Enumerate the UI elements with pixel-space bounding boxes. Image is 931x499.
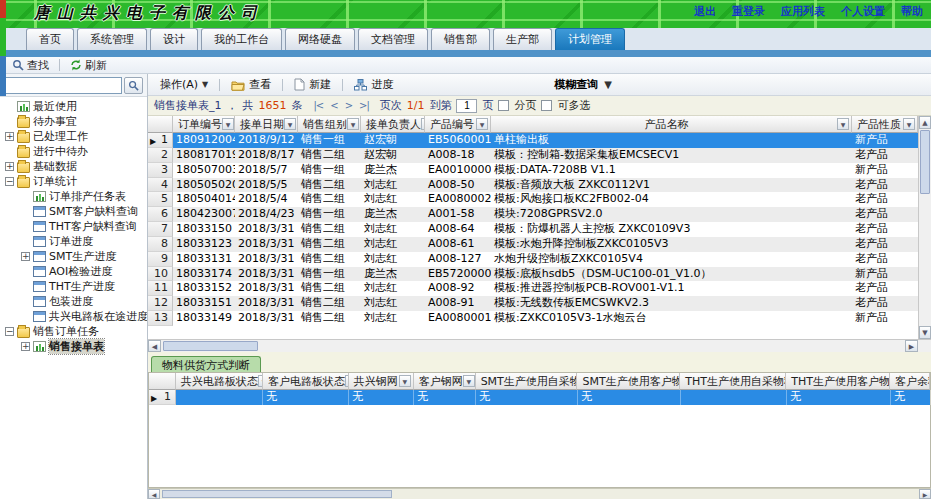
- column-header[interactable]: 客户余料▼: [890, 373, 930, 390]
- column-header[interactable]: 销售组别▼: [298, 116, 361, 133]
- last-page-button[interactable]: >|: [359, 100, 369, 111]
- filter-dropdown-icon[interactable]: ▼: [463, 375, 475, 387]
- expand-plus-icon[interactable]: +: [21, 342, 30, 351]
- tab-6[interactable]: 文档管理: [358, 28, 428, 50]
- scroll-right-icon[interactable]: ▶: [905, 340, 918, 352]
- horizontal-scrollbar[interactable]: ◀ ▶: [148, 339, 931, 352]
- column-header[interactable]: 订单编号▼: [173, 116, 235, 133]
- expand-plus-icon[interactable]: +: [21, 252, 30, 261]
- sidebar-item[interactable]: 最近使用: [0, 99, 147, 114]
- tab-5[interactable]: 网络硬盘: [285, 28, 355, 50]
- progress-button[interactable]: 进度: [348, 75, 399, 94]
- first-page-button[interactable]: |<: [314, 100, 324, 111]
- column-header[interactable]: 客户电路板状态▼: [263, 373, 349, 390]
- scroll-right-icon[interactable]: ▶: [919, 489, 931, 499]
- table-row[interactable]: 51805040142018/5/4销售二组刘志红EA00800026模板:风炮…: [148, 192, 918, 207]
- sidebar-item[interactable]: +已处理工作: [0, 129, 147, 144]
- row-number[interactable]: 1▶: [148, 133, 173, 148]
- prev-page-button[interactable]: <: [330, 100, 337, 111]
- filter-dropdown-icon[interactable]: ▼: [222, 118, 234, 130]
- filter-dropdown-icon[interactable]: ▼: [284, 118, 296, 130]
- filter-dropdown-icon[interactable]: ▼: [476, 118, 488, 130]
- scroll-thumb[interactable]: [162, 490, 392, 498]
- row-number[interactable]: 5: [148, 192, 173, 207]
- column-header[interactable]: SMT生产使用自采物料▼: [476, 373, 578, 390]
- row-number[interactable]: 2: [148, 148, 173, 163]
- column-header[interactable]: 产品性质▼: [852, 116, 918, 133]
- column-header[interactable]: THT生产使用客户物料▼: [786, 373, 890, 390]
- sidebar-item[interactable]: +销售接单表: [0, 339, 147, 354]
- table-row[interactable]: 21808170192018/8/17销售二组赵宏朝A008-18模板：控制箱-…: [148, 148, 918, 163]
- expand-plus-icon[interactable]: +: [5, 132, 14, 141]
- column-header[interactable]: 共兴电路板状态▼: [176, 373, 263, 390]
- scroll-down-icon[interactable]: ▼: [919, 326, 931, 339]
- multiselect-checkbox[interactable]: [541, 100, 552, 111]
- top-link-2[interactable]: 重登录: [732, 4, 765, 19]
- table-row[interactable]: 12180331512018/3/31销售二组刘志红A008-91模板:无线数传…: [148, 296, 918, 311]
- sidebar-item[interactable]: 订单排产任务表: [0, 189, 147, 204]
- table-row[interactable]: 7180331502018/3/31销售二组刘志红A008-64模板：防爆机器人…: [148, 222, 918, 237]
- tab-4[interactable]: 我的工作台: [201, 28, 282, 50]
- column-header[interactable]: 接单日期▼: [235, 116, 298, 133]
- new-button[interactable]: 新建: [288, 75, 337, 94]
- column-header[interactable]: 产品名称▼: [491, 116, 852, 133]
- row-number[interactable]: 10: [148, 267, 173, 282]
- top-link-5[interactable]: 帮助: [901, 4, 923, 19]
- filter-dropdown-icon[interactable]: ▼: [399, 375, 411, 387]
- sidebar-item[interactable]: SMT客户缺料查询: [0, 204, 147, 219]
- column-header[interactable]: 接单负责人▼: [361, 116, 425, 133]
- row-number[interactable]: 1▶: [149, 390, 176, 405]
- table-row[interactable]: 61804230072018/4/23销售一组庞兰杰A001-58模块:7208…: [148, 207, 918, 222]
- sidebar-item[interactable]: 包装进度: [0, 294, 147, 309]
- top-link-1[interactable]: 退出: [694, 4, 716, 19]
- table-row[interactable]: 13180331492018/3/31销售二组刘志红EA00800018模板:Z…: [148, 311, 918, 326]
- table-row[interactable]: 11180331522018/3/31销售二组刘志红A008-92模板:推进器控…: [148, 281, 918, 296]
- expand-plus-icon[interactable]: +: [5, 162, 14, 171]
- scroll-thumb[interactable]: [920, 130, 930, 194]
- table-row[interactable]: 8180331232018/3/31销售二组刘志红A008-61模板:水炮升降控…: [148, 237, 918, 252]
- sidebar-item[interactable]: 订单进度: [0, 234, 147, 249]
- tab-8[interactable]: 生产部: [493, 28, 552, 50]
- table-row[interactable]: 31805070032018/5/7销售一组庞兰杰EA00100006模板:DA…: [148, 163, 918, 178]
- tab-7[interactable]: 销售部: [431, 28, 490, 50]
- table-row[interactable]: 1▶1809120042018/9/12销售一组赵宏朝EB50600011单柱输…: [148, 133, 918, 148]
- table-row[interactable]: 41805050202018/5/5销售二组刘志红A008-50模板:音频放大板…: [148, 178, 918, 193]
- scroll-up-icon[interactable]: ▲: [919, 116, 931, 129]
- sidebar-item[interactable]: +SMT生产进度: [0, 249, 147, 264]
- row-number[interactable]: 4: [148, 178, 173, 193]
- filter-dropdown-icon[interactable]: ▼: [903, 118, 915, 130]
- tab-1[interactable]: 首页: [26, 28, 74, 50]
- search-go-button[interactable]: [124, 77, 143, 94]
- top-link-3[interactable]: 应用列表: [781, 4, 825, 19]
- sidebar-item[interactable]: AOI检验进度: [0, 264, 147, 279]
- sidebar-item[interactable]: 进行中待办: [0, 144, 147, 159]
- scroll-left-icon[interactable]: ◀: [148, 489, 160, 499]
- row-number[interactable]: 8: [148, 237, 173, 252]
- next-page-button[interactable]: >: [345, 100, 352, 111]
- search-input[interactable]: [3, 77, 122, 94]
- goto-page-input[interactable]: [456, 99, 477, 113]
- operate-menu-button[interactable]: 操作(A) ▼: [154, 75, 214, 94]
- top-link-4[interactable]: 个人设置: [841, 4, 885, 19]
- sidebar-item[interactable]: −订单统计: [0, 174, 147, 189]
- row-number[interactable]: 13: [148, 311, 173, 326]
- view-button[interactable]: 查看: [225, 75, 277, 94]
- sidebar-item[interactable]: THT生产进度: [0, 279, 147, 294]
- row-number[interactable]: 6: [148, 207, 173, 222]
- collapse-minus-icon[interactable]: −: [5, 327, 14, 336]
- sidebar-item[interactable]: −销售订单任务: [0, 324, 147, 339]
- filter-dropdown-icon[interactable]: ▼: [837, 118, 849, 130]
- collapse-minus-icon[interactable]: −: [5, 177, 14, 186]
- fuzzy-query-button[interactable]: 模糊查询 ▼: [554, 77, 612, 92]
- sidebar-item[interactable]: 待办事宜: [0, 114, 147, 129]
- bottom-horizontal-scrollbar[interactable]: ◀ ▶: [148, 488, 931, 499]
- tab-9[interactable]: 计划管理: [555, 28, 625, 50]
- column-header[interactable]: 客户钢网▼: [414, 373, 476, 390]
- tab-3[interactable]: 设计: [150, 28, 198, 50]
- paging-checkbox[interactable]: [498, 100, 509, 111]
- column-header[interactable]: SMT生产使用客户物料▼: [577, 373, 680, 390]
- material-grid-row[interactable]: 1▶无无无无无无无: [149, 390, 930, 405]
- scroll-thumb[interactable]: [163, 341, 258, 351]
- row-number[interactable]: 9: [148, 252, 173, 267]
- find-button[interactable]: 查找: [8, 58, 53, 73]
